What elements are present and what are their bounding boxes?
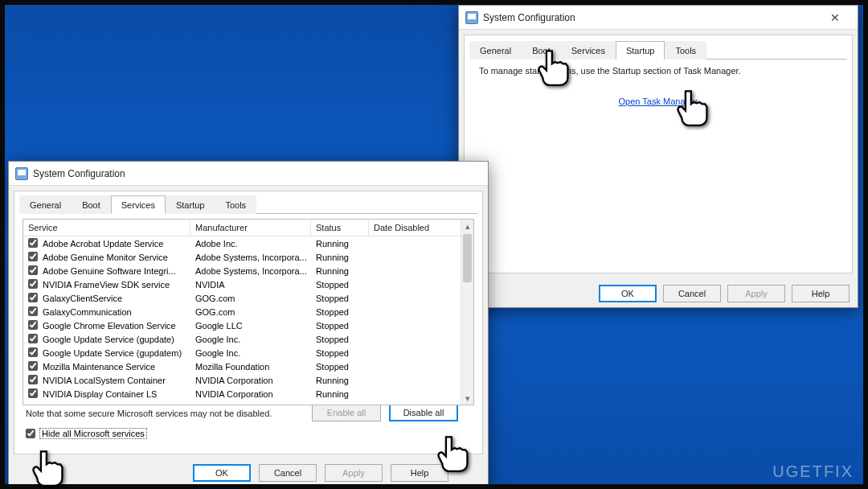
help-button[interactable]: Help	[391, 464, 448, 482]
cell-status: Running	[316, 389, 374, 399]
cell-service: Mozilla Maintenance Service	[43, 362, 195, 372]
tab-strip: General Boot Services Startup Tools	[469, 40, 847, 60]
tab-startup[interactable]: Startup	[616, 41, 665, 60]
cell-manufacturer: Adobe Inc.	[195, 239, 316, 249]
service-checkbox[interactable]	[28, 375, 38, 384]
services-tab-body: Service Manufacturer Status Date Disable…	[16, 214, 481, 446]
cell-status: Running	[316, 239, 374, 249]
open-task-manager-link[interactable]: Open Task Manager	[619, 97, 698, 106]
tab-startup[interactable]: Startup	[166, 195, 215, 214]
service-checkbox[interactable]	[28, 334, 38, 343]
apply-button[interactable]: Apply	[325, 464, 383, 482]
col-service[interactable]: Service	[23, 220, 190, 236]
table-row[interactable]: GalaxyClientServiceGOG.comStopped	[23, 291, 473, 305]
cell-manufacturer: NVIDIA	[195, 280, 316, 290]
service-checkbox[interactable]	[28, 347, 38, 357]
system-configuration-services-window: System Configuration General Boot Servic…	[8, 161, 489, 489]
cell-manufacturer: Google LLC	[195, 321, 316, 331]
service-checkbox[interactable]	[28, 238, 38, 248]
cancel-button[interactable]: Cancel	[259, 464, 317, 482]
cell-status: Stopped	[316, 307, 374, 317]
dialog-buttons: OK Cancel Apply Help	[9, 459, 488, 488]
cell-service: Google Update Service (gupdate)	[43, 335, 195, 344]
dialog-title: System Configuration	[483, 12, 575, 23]
table-row[interactable]: Adobe Genuine Software Integri...Adobe S…	[23, 264, 473, 277]
service-checkbox[interactable]	[28, 293, 38, 302]
cell-manufacturer: Adobe Systems, Incorpora...	[195, 266, 316, 276]
tab-tools[interactable]: Tools	[665, 41, 706, 60]
service-checkbox[interactable]	[28, 265, 38, 275]
tab-general[interactable]: General	[469, 41, 522, 60]
cell-service: Adobe Acrobat Update Service	[43, 239, 195, 249]
table-row[interactable]: NVIDIA Display Container LSNVIDIA Corpor…	[23, 387, 473, 401]
scroll-down-icon[interactable]: ▾	[461, 392, 473, 405]
tab-general[interactable]: General	[19, 195, 72, 214]
dialog-title: System Configuration	[33, 168, 125, 179]
titlebar[interactable]: System Configuration	[9, 162, 488, 186]
service-checkbox[interactable]	[28, 361, 38, 371]
table-row[interactable]: Adobe Genuine Monitor ServiceAdobe Syste…	[23, 250, 473, 264]
cell-status: Stopped	[316, 280, 374, 290]
cell-status: Stopped	[316, 321, 374, 331]
cell-service: Google Chrome Elevation Service	[43, 321, 195, 331]
service-checkbox[interactable]	[28, 279, 38, 289]
cell-manufacturer: Google Inc.	[195, 348, 316, 358]
services-list[interactable]: Service Manufacturer Status Date Disable…	[23, 219, 474, 405]
cell-service: NVIDIA LocalSystem Container	[43, 376, 195, 385]
tab-tools[interactable]: Tools	[215, 195, 256, 214]
close-button[interactable]: ✕	[819, 8, 851, 27]
cell-manufacturer: Adobe Systems, Incorpora...	[195, 253, 316, 262]
apply-button[interactable]: Apply	[727, 285, 785, 302]
cell-manufacturer: NVIDIA Corporation	[195, 376, 316, 385]
list-scrollbar[interactable]: ▴ ▾	[461, 220, 473, 405]
table-row[interactable]: Google Chrome Elevation ServiceGoogle LL…	[23, 318, 473, 332]
hide-microsoft-checkbox[interactable]	[26, 429, 35, 438]
cell-service: GalaxyClientService	[43, 294, 195, 303]
cell-manufacturer: GOG.com	[195, 294, 316, 303]
hide-microsoft-label[interactable]: Hide all Microsoft services	[39, 428, 147, 439]
cell-service: NVIDIA Display Container LS	[43, 389, 195, 399]
cell-status: Running	[316, 253, 374, 262]
table-row[interactable]: Google Update Service (gupdate)Google In…	[23, 332, 473, 346]
system-configuration-startup-window: System Configuration ✕ General Boot Serv…	[458, 5, 858, 308]
cell-status: Running	[316, 266, 374, 276]
msconfig-icon	[465, 11, 478, 24]
dialog-buttons: OK Cancel Apply Help	[459, 278, 858, 307]
tab-services[interactable]: Services	[561, 41, 616, 60]
table-row[interactable]: Mozilla Maintenance ServiceMozilla Found…	[23, 360, 473, 373]
table-row[interactable]: NVIDIA FrameView SDK serviceNVIDIAStoppe…	[23, 277, 473, 291]
cell-service: Adobe Genuine Monitor Service	[43, 253, 195, 262]
startup-tab-body: To manage startup items, use the Startup…	[466, 60, 850, 265]
cell-service: Google Update Service (gupdatem)	[43, 348, 195, 358]
col-date-disabled[interactable]: Date Disabled	[369, 220, 473, 236]
tab-services[interactable]: Services	[111, 195, 166, 214]
col-manufacturer[interactable]: Manufacturer	[190, 220, 311, 236]
enable-all-button[interactable]: Enable all	[312, 404, 381, 421]
table-row[interactable]: Google Update Service (gupdatem)Google I…	[23, 346, 473, 360]
tab-boot[interactable]: Boot	[72, 195, 111, 214]
table-row[interactable]: Adobe Acrobat Update ServiceAdobe Inc.Ru…	[23, 236, 473, 250]
disable-all-button[interactable]: Disable all	[389, 404, 458, 421]
ok-button[interactable]: OK	[599, 285, 657, 302]
scroll-up-icon[interactable]: ▴	[461, 220, 473, 232]
titlebar[interactable]: System Configuration ✕	[459, 6, 858, 30]
cell-manufacturer: NVIDIA Corporation	[195, 389, 316, 399]
cell-manufacturer: Mozilla Foundation	[195, 362, 316, 372]
cell-status: Stopped	[316, 335, 374, 344]
service-checkbox[interactable]	[28, 252, 38, 261]
ok-button[interactable]: OK	[193, 464, 251, 482]
scroll-thumb[interactable]	[463, 234, 472, 282]
help-button[interactable]: Help	[792, 285, 850, 302]
table-row[interactable]: NVIDIA LocalSystem ContainerNVIDIA Corpo…	[23, 373, 473, 387]
table-row[interactable]: GalaxyCommunicationGOG.comStopped	[23, 305, 473, 318]
cancel-button[interactable]: Cancel	[663, 285, 721, 302]
tab-boot[interactable]: Boot	[522, 41, 561, 60]
service-checkbox[interactable]	[28, 306, 38, 316]
service-checkbox[interactable]	[28, 388, 38, 398]
msconfig-icon	[15, 167, 28, 180]
col-status[interactable]: Status	[311, 220, 369, 236]
client-area: General Boot Services Startup Tools To m…	[464, 35, 853, 273]
service-checkbox[interactable]	[28, 320, 38, 330]
tab-strip: General Boot Services Startup Tools	[19, 195, 477, 214]
client-area: General Boot Services Startup Tools Serv…	[14, 191, 483, 454]
